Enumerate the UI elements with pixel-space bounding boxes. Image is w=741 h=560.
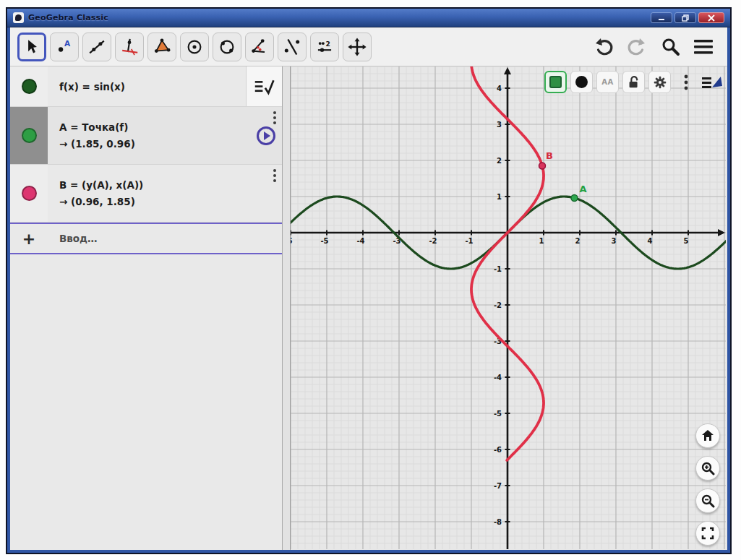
svg-text:-2: -2: [429, 237, 437, 245]
tool-slider-button[interactable]: 2: [310, 33, 339, 61]
svg-text:-2: -2: [494, 301, 502, 309]
green-color-swatch: [549, 76, 562, 88]
object-color-dot[interactable]: [22, 186, 37, 201]
tool-line-button[interactable]: [82, 33, 111, 61]
move-graphics-view-icon: [347, 37, 367, 57]
add-expression-icon[interactable]: +: [10, 230, 48, 248]
definition-B: B = (y(A), x(A)): [59, 179, 278, 191]
svg-text:2: 2: [325, 40, 330, 47]
svg-text:5: 5: [684, 237, 689, 245]
visibility-dot-column[interactable]: [10, 66, 48, 106]
algebra-style-button[interactable]: [246, 66, 282, 106]
graphics-canvas[interactable]: -6-5-4-3-2-1123454321-1-2-3-4-5-6-7-8AB: [291, 66, 726, 549]
point-style-button[interactable]: [570, 71, 593, 93]
stylebar-more-icon[interactable]: [674, 71, 697, 93]
redo-button[interactable]: [626, 36, 648, 58]
move-cursor-icon: [22, 37, 42, 57]
svg-text:4: 4: [648, 237, 653, 245]
settings-button[interactable]: [648, 71, 671, 93]
tool-circle-center-point-button[interactable]: [180, 33, 209, 61]
zoom-out-icon: [701, 494, 715, 508]
svg-text:A: A: [64, 39, 71, 48]
tool-move-button[interactable]: [17, 33, 46, 61]
zoom-in-button[interactable]: [695, 456, 720, 481]
svg-text:1: 1: [497, 193, 502, 201]
undo-button[interactable]: [593, 36, 614, 58]
value-A: → (1.85, 0.96): [59, 138, 278, 150]
tool-buttons: A: [17, 33, 372, 61]
object-color-dot[interactable]: [22, 128, 37, 143]
restore-button[interactable]: [674, 12, 696, 23]
stylebar-toggle-button[interactable]: [701, 71, 723, 93]
row-menu-icon[interactable]: [273, 169, 276, 182]
svg-text:-6: -6: [291, 237, 293, 245]
point-B: [539, 163, 546, 169]
tool-polygon-button[interactable]: [147, 33, 176, 61]
tool-perpendicular-line-button[interactable]: [115, 33, 144, 61]
animate-play-button[interactable]: [257, 126, 275, 145]
svg-text:-4: -4: [356, 237, 364, 245]
visibility-dot-column[interactable]: [10, 165, 48, 222]
graphics-view[interactable]: -6-5-4-3-2-1123454321-1-2-3-4-5-6-7-8AB …: [291, 66, 727, 550]
polygon-icon: [152, 37, 172, 57]
menu-button[interactable]: [693, 36, 714, 58]
toolbar: A: [10, 27, 727, 66]
fullscreen-icon: [701, 527, 714, 540]
titlebar[interactable]: GeoGebra Classic: [7, 9, 730, 27]
algebra-settings-icon: [254, 77, 275, 96]
angle-icon: [249, 37, 270, 57]
search-icon: [660, 37, 680, 57]
lock-object-button[interactable]: [622, 71, 645, 93]
algebra-row-A[interactable]: A = Точка(f) → (1.85, 0.96): [10, 107, 282, 165]
open-lock-icon: [626, 74, 642, 90]
label-style-text: AA: [601, 78, 613, 86]
svg-text:-5: -5: [320, 237, 328, 245]
app-content: A: [10, 27, 727, 550]
algebra-input-row[interactable]: + Ввод…: [10, 223, 282, 254]
zoom-in-icon: [701, 461, 715, 475]
undo-icon: [594, 37, 614, 57]
search-button[interactable]: [659, 36, 681, 58]
tool-conic-button[interactable]: [213, 33, 241, 61]
svg-text:-5: -5: [494, 410, 502, 418]
black-point-icon: [575, 76, 588, 88]
svg-text:1: 1: [539, 237, 544, 245]
zoom-controls: [695, 423, 720, 546]
geogebra-logo-icon: [13, 12, 24, 23]
tool-angle-button[interactable]: [245, 33, 274, 61]
svg-text:-4: -4: [494, 374, 502, 382]
circle-center-icon: [184, 37, 205, 57]
svg-text:2: 2: [497, 157, 502, 165]
style-pencil-icon: [701, 74, 723, 91]
tool-reflect-button[interactable]: [278, 33, 307, 61]
object-color-dot[interactable]: [22, 79, 37, 94]
input-placeholder[interactable]: Ввод…: [48, 233, 98, 244]
svg-text:-6: -6: [494, 446, 502, 454]
tool-point-button[interactable]: A: [50, 33, 79, 61]
label-style-button[interactable]: AA: [596, 71, 619, 93]
row-menu-icon[interactable]: [273, 111, 276, 124]
fullscreen-button[interactable]: [695, 521, 720, 546]
slider-icon: 2: [314, 37, 335, 57]
point-icon: A: [54, 37, 74, 57]
home-button[interactable]: [695, 423, 720, 448]
close-button[interactable]: [698, 12, 724, 23]
svg-text:3: 3: [612, 237, 617, 245]
svg-text:3: 3: [497, 121, 502, 129]
minimize-button[interactable]: [651, 12, 672, 23]
screen: GeoGebra Classic: [0, 0, 741, 560]
algebra-row-B[interactable]: B = (y(A), x(A)) → (0.96, 1.85): [10, 165, 282, 223]
algebra-empty-area: [10, 254, 282, 550]
gear-icon: [652, 74, 668, 90]
window-title: GeoGebra Classic: [28, 13, 108, 22]
visibility-dot-column[interactable]: [10, 107, 48, 164]
definition-A: A = Точка(f): [59, 121, 278, 133]
panel-splitter[interactable]: [282, 66, 291, 550]
svg-text:-1: -1: [494, 265, 502, 273]
tool-move-view-button[interactable]: [343, 33, 372, 61]
value-B: → (0.96, 1.85): [59, 196, 278, 207]
zoom-out-button[interactable]: [695, 488, 720, 513]
home-icon: [701, 428, 715, 443]
color-swatch-button[interactable]: [544, 71, 567, 93]
algebra-row-f[interactable]: f(x) = sin(x): [10, 66, 282, 107]
